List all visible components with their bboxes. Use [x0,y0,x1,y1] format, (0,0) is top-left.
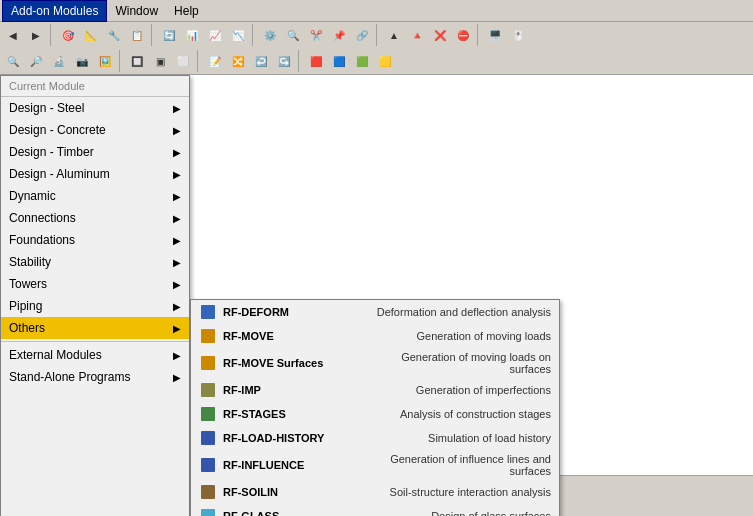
menu-item-piping[interactable]: Piping ▶ [1,295,189,317]
toolbar-btn-10[interactable]: 📉 [227,24,249,46]
rf-soilin-icon [199,483,217,501]
toolbar-btn-r2-16[interactable]: 🟨 [374,50,396,72]
primary-menu: Current Module Design - Steel ▶ Design -… [0,75,190,516]
toolbar-btn-r2-15[interactable]: 🟩 [351,50,373,72]
submenu-rf-stages[interactable]: RF-STAGES Analysis of construction stage… [191,402,559,426]
toolbar-btn-9[interactable]: 📈 [204,24,226,46]
menu-item-design-concrete[interactable]: Design - Concrete ▶ [1,119,189,141]
rf-stages-icon [199,405,217,423]
submenu-rf-influence[interactable]: RF-INFLUENCE Generation of influence lin… [191,450,559,480]
toolbar-btn-r2-4[interactable]: 📷 [71,50,93,72]
toolbar-btn-15[interactable]: 🔗 [351,24,373,46]
submenu-rf-deform[interactable]: RF-DEFORM Deformation and deflection ana… [191,300,559,324]
toolbar-btn-r2-9[interactable]: 📝 [204,50,226,72]
menu-item-design-timber[interactable]: Design - Timber ▶ [1,141,189,163]
menu-separator [1,341,189,342]
toolbar-btn-18[interactable]: ❌ [429,24,451,46]
rf-glass-icon [199,507,217,516]
toolbar-btn-13[interactable]: ✂️ [305,24,327,46]
submenu-rf-imp[interactable]: RF-IMP Generation of imperfections [191,378,559,402]
toolbar-btn-r2-14[interactable]: 🟦 [328,50,350,72]
rf-imp-icon [199,381,217,399]
toolbar-btn-7[interactable]: 🔄 [158,24,180,46]
menu-item-foundations[interactable]: Foundations ▶ [1,229,189,251]
toolbar-btn-r2-6[interactable]: 🔲 [126,50,148,72]
toolbar-row-2: 🔍 🔎 🔬 📷 🖼️ 🔲 ▣ ⬜ 📝 🔀 ↩️ ↪️ 🟥 🟦 🟩 🟨 [0,48,753,74]
toolbar-btn-20[interactable]: 🖥️ [484,24,506,46]
submenu-rf-soilin[interactable]: RF-SOILIN Soil-structure interaction ana… [191,480,559,504]
toolbar-btn-4[interactable]: 📐 [80,24,102,46]
rf-influence-icon [199,456,217,474]
toolbar-btn-r2-1[interactable]: 🔍 [2,50,24,72]
toolbar-btn-r2-11[interactable]: ↩️ [250,50,272,72]
toolbar-btn-16[interactable]: ▲ [383,24,405,46]
toolbar-btn-14[interactable]: 📌 [328,24,350,46]
svg-rect-4 [201,407,215,421]
main-content: LC1 Loads [kN/m], [kN/m^2] Current Modul… [0,75,753,475]
toolbar-btn-12[interactable]: 🔍 [282,24,304,46]
arrow-icon: ▶ [173,147,181,158]
menubar-window[interactable]: Window [107,0,166,22]
arrow-icon: ▶ [173,213,181,224]
rf-move-icon [199,327,217,345]
menubar-help[interactable]: Help [166,0,207,22]
toolbar-btn-r2-10[interactable]: 🔀 [227,50,249,72]
menubar: Add-on Modules Window Help [0,0,753,22]
svg-rect-8 [201,509,215,516]
toolbar-btn-r2-3[interactable]: 🔬 [48,50,70,72]
menu-item-stability[interactable]: Stability ▶ [1,251,189,273]
menu-item-external-modules[interactable]: External Modules ▶ [1,344,189,366]
menu-item-standalone[interactable]: Stand-Alone Programs ▶ [1,366,189,388]
svg-rect-6 [201,458,215,472]
toolbar-btn-8[interactable]: 📊 [181,24,203,46]
toolbar-sep-4 [376,24,380,46]
menu-item-others[interactable]: Others ▶ [1,317,189,339]
toolbar-btn-r2-5[interactable]: 🖼️ [94,50,116,72]
submenu-rf-move[interactable]: RF-MOVE Generation of moving loads [191,324,559,348]
toolbar-sep-r2-3 [298,50,302,72]
toolbar-btn-3[interactable]: 🎯 [57,24,79,46]
toolbar-sep-5 [477,24,481,46]
arrow-icon: ▶ [173,279,181,290]
toolbar-sep-1 [50,24,54,46]
arrow-icon: ▶ [173,191,181,202]
svg-rect-2 [201,356,215,370]
toolbar-btn-11[interactable]: ⚙️ [259,24,281,46]
menu-item-design-aluminum[interactable]: Design - Aluminum ▶ [1,163,189,185]
rf-load-history-icon [199,429,217,447]
menu-item-connections[interactable]: Connections ▶ [1,207,189,229]
toolbar-btn-r2-7[interactable]: ▣ [149,50,171,72]
menubar-addon-modules[interactable]: Add-on Modules [2,0,107,22]
svg-rect-5 [201,431,215,445]
toolbar-btn-19[interactable]: ⛔ [452,24,474,46]
toolbar-btn-17[interactable]: 🔺 [406,24,428,46]
rf-move-surfaces-icon [199,354,217,372]
toolbar-btn-r2-12[interactable]: ↪️ [273,50,295,72]
arrow-icon: ▶ [173,257,181,268]
toolbar-sep-2 [151,24,155,46]
arrow-icon: ▶ [173,169,181,180]
toolbar-btn-1[interactable]: ◀ [2,24,24,46]
arrow-icon: ▶ [173,372,181,383]
toolbar-btn-r2-8[interactable]: ⬜ [172,50,194,72]
arrow-icon: ▶ [173,103,181,114]
toolbar-btn-2[interactable]: ▶ [25,24,47,46]
toolbar-btn-21[interactable]: 🖱️ [507,24,529,46]
toolbar-sep-3 [252,24,256,46]
toolbar-btn-5[interactable]: 🔧 [103,24,125,46]
toolbar-btn-r2-13[interactable]: 🟥 [305,50,327,72]
arrow-icon: ▶ [173,323,181,334]
menu-item-dynamic[interactable]: Dynamic ▶ [1,185,189,207]
menu-item-towers[interactable]: Towers ▶ [1,273,189,295]
menu-item-design-steel[interactable]: Design - Steel ▶ [1,97,189,119]
toolbar-btn-6[interactable]: 📋 [126,24,148,46]
toolbar-sep-r2-2 [197,50,201,72]
arrow-icon: ▶ [173,301,181,312]
submenu-rf-load-history[interactable]: RF-LOAD-HISTORY Simulation of load histo… [191,426,559,450]
submenu-rf-glass[interactable]: RF-GLASS Design of glass surfaces [191,504,559,516]
dropdown-container: Current Module Design - Steel ▶ Design -… [0,75,560,516]
svg-rect-3 [201,383,215,397]
menu-header: Current Module [1,76,189,97]
submenu-rf-move-surfaces[interactable]: RF-MOVE Surfaces Generation of moving lo… [191,348,559,378]
toolbar-btn-r2-2[interactable]: 🔎 [25,50,47,72]
